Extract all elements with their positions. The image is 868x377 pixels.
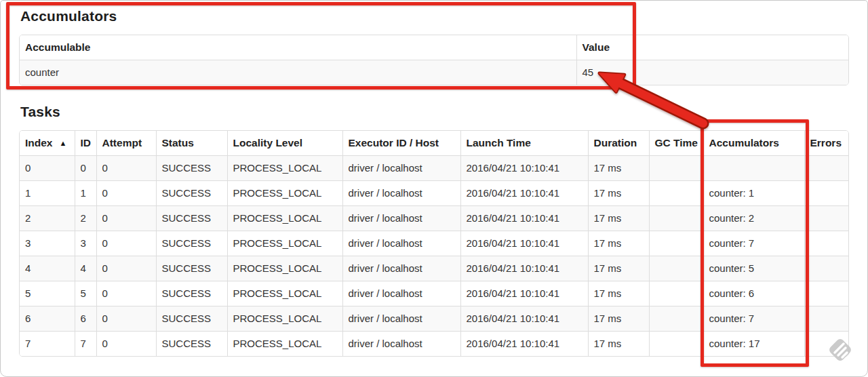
locality-level-cell: PROCESS_LOCAL [227,231,342,256]
accumulators-cell: counter: 1 [703,181,804,206]
accumulators-table: Accumulable Value counter45 [19,35,849,85]
id-cell: 3 [75,231,96,256]
locality-level-cell: PROCESS_LOCAL [227,256,342,281]
status-cell: SUCCESS [156,306,227,332]
gc-time-cell [649,306,703,332]
attempt-cell: 0 [96,306,156,332]
accumulators-header-row: Accumulable Value [20,35,848,60]
id-cell: 7 [75,332,96,357]
index-cell: 2 [20,206,75,231]
errors-cell [804,231,849,256]
launch-time-cell: 2016/04/21 10:10:41 [460,231,588,256]
table-row: 110SUCCESSPROCESS_LOCALdriver / localhos… [20,181,849,206]
id-cell: 0 [75,156,96,181]
tasks-table: Index▲IDAttemptStatusLocality LevelExecu… [19,130,849,357]
executor-id-host-cell: driver / localhost [342,306,460,332]
column-header-label: Locality Level [233,137,303,148]
attempt-cell: 0 [96,181,156,206]
status-cell: SUCCESS [156,156,227,181]
column-header-label: ID [81,137,92,148]
column-header-duration[interactable]: Duration [588,131,649,156]
tasks-header-row: Index▲IDAttemptStatusLocality LevelExecu… [20,131,849,156]
column-header-label: Status [162,137,194,148]
accumulators-cell: counter: 7 [703,306,804,332]
id-cell: 6 [75,306,96,332]
index-cell: 3 [20,231,75,256]
launch-time-cell: 2016/04/21 10:10:41 [460,206,588,231]
gc-time-cell [649,256,703,281]
column-header-locality-level[interactable]: Locality Level [227,131,342,156]
launch-time-cell: 2016/04/21 10:10:41 [460,181,588,206]
gc-time-cell [649,231,703,256]
accumulators-cell [703,156,804,181]
attempt-cell: 0 [96,256,156,281]
column-header-index[interactable]: Index▲ [20,131,75,156]
column-header-accumulators[interactable]: Accumulators [703,131,804,156]
attempt-cell: 0 [96,231,156,256]
status-cell: SUCCESS [156,181,227,206]
duration-cell: 17 ms [588,256,649,281]
column-header-gc-time[interactable]: GC Time [649,131,703,156]
accumulators-cell: counter: 17 [703,332,804,357]
locality-level-cell: PROCESS_LOCAL [227,332,342,357]
status-cell: SUCCESS [156,332,227,357]
executor-id-host-cell: driver / localhost [342,256,460,281]
column-header-label: Executor ID / Host [349,137,439,148]
column-header-executor-id-host[interactable]: Executor ID / Host [342,131,460,156]
column-header-id[interactable]: ID [75,131,96,156]
locality-level-cell: PROCESS_LOCAL [227,281,342,306]
column-header-value[interactable]: Value [576,35,848,60]
table-row: 440SUCCESSPROCESS_LOCALdriver / localhos… [20,256,849,281]
duration-cell: 17 ms [588,206,649,231]
column-header-status[interactable]: Status [156,131,227,156]
gc-time-cell [649,206,703,231]
index-cell: 7 [20,332,75,357]
launch-time-cell: 2016/04/21 10:10:41 [460,281,588,306]
launch-time-cell: 2016/04/21 10:10:41 [460,306,588,332]
locality-level-cell: PROCESS_LOCAL [227,306,342,332]
index-cell: 5 [20,281,75,306]
table-row: 000SUCCESSPROCESS_LOCALdriver / localhos… [20,156,849,181]
sort-ascending-icon: ▲ [59,139,66,147]
executor-id-host-cell: driver / localhost [342,181,460,206]
index-cell: 4 [20,256,75,281]
duration-cell: 17 ms [588,156,649,181]
executor-id-host-cell: driver / localhost [342,231,460,256]
table-row: 330SUCCESSPROCESS_LOCALdriver / localhos… [20,231,849,256]
id-cell: 2 [75,206,96,231]
column-header-accumulable[interactable]: Accumulable [20,35,576,60]
value-cell: 45 [576,60,848,85]
column-header-attempt[interactable]: Attempt [96,131,156,156]
errors-cell [804,206,849,231]
executor-id-host-cell: driver / localhost [342,281,460,306]
locality-level-cell: PROCESS_LOCAL [227,181,342,206]
table-row: 770SUCCESSPROCESS_LOCALdriver / localhos… [20,332,849,357]
executor-id-host-cell: driver / localhost [342,206,460,231]
column-header-label: Duration [594,137,637,148]
gc-time-cell [649,181,703,206]
gc-time-cell [649,281,703,306]
attempt-cell: 0 [96,281,156,306]
gc-time-cell [649,156,703,181]
launch-time-cell: 2016/04/21 10:10:41 [460,156,588,181]
executor-id-host-cell: driver / localhost [342,332,460,357]
duration-cell: 17 ms [588,332,649,357]
errors-cell [804,306,849,332]
index-cell: 1 [20,181,75,206]
column-header-label: GC Time [655,137,698,148]
status-cell: SUCCESS [156,256,227,281]
attempt-cell: 0 [96,156,156,181]
id-cell: 1 [75,181,96,206]
launch-time-cell: 2016/04/21 10:10:41 [460,256,588,281]
column-header-launch-time[interactable]: Launch Time [460,131,588,156]
tasks-section-title: Tasks [20,104,849,120]
accumulators-cell: counter: 6 [703,281,804,306]
errors-cell [804,156,849,181]
duration-cell: 17 ms [588,231,649,256]
column-header-label: Launch Time [467,137,531,148]
table-row: 660SUCCESSPROCESS_LOCALdriver / localhos… [20,306,849,332]
table-row: 550SUCCESSPROCESS_LOCALdriver / localhos… [20,281,849,306]
executor-id-host-cell: driver / localhost [342,156,460,181]
column-header-errors[interactable]: Errors [804,131,849,156]
status-cell: SUCCESS [156,206,227,231]
